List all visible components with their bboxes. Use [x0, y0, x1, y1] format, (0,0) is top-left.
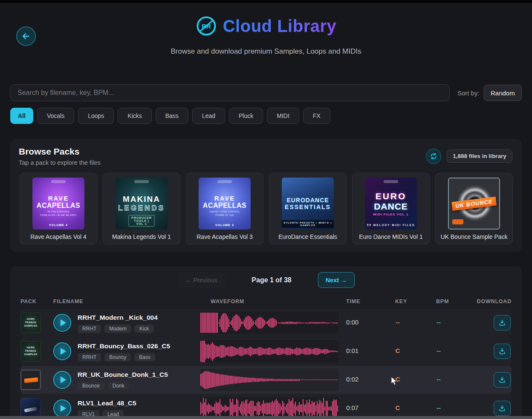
top-edge [0, 0, 532, 3]
refresh-button[interactable] [426, 149, 441, 164]
pack-name: Rave Acapellas Vol 3 [186, 233, 263, 240]
column-header-bpm: BPM [436, 298, 449, 304]
tag-chip: RLV1 [78, 410, 99, 416]
pack-cover-art: RAVE ACAPELLAS IGNITE • LOSE CONTROL POW… [199, 178, 251, 230]
play-icon [61, 376, 66, 383]
column-header-filename: FILENAME [53, 298, 83, 304]
pack-cover-art: UK BOUNCE [448, 178, 500, 230]
waveform[interactable] [200, 369, 339, 391]
play-icon [61, 405, 66, 412]
cover-text: RAVE [48, 195, 69, 202]
filter-chip-fx[interactable]: FX [303, 108, 330, 124]
table-row[interactable]: RLV1_Lead_48_C5 RLV1 Lead 0:07 C -- [20, 394, 512, 416]
cover-text: ACAPELLAS [203, 202, 246, 210]
previous-page-button[interactable]: ← Previous [177, 272, 225, 288]
pack-card-makina-legends-1[interactable]: MAKINA LEGENDS PRODUCER TOOLS | VOL 1 Ma… [103, 173, 180, 244]
cover-text: 55 MELODY MIDI FILES [365, 224, 417, 227]
pack-cover-art: EURODANCE ESSENTIALS SYLENTH PRESETS + M… [282, 178, 334, 230]
tag-chip: Modern [104, 324, 131, 333]
pack-thumbnail-label: HARD TRANCE SAMPLES [21, 318, 40, 327]
filter-chip-midi[interactable]: MIDI [267, 108, 299, 124]
search-input[interactable] [10, 84, 450, 101]
cover-text: EURODANCE [286, 197, 329, 204]
table-row[interactable]: HARD TRANCE SAMPLES RRHT_Modern _Kick_00… [20, 309, 512, 337]
pack-name: Euro Dance MIDIs Vol 1 [353, 233, 429, 240]
filter-chip-loops[interactable]: Loops [78, 108, 114, 124]
time-value: 0:01 [346, 347, 359, 354]
svg-text:RR: RR [202, 23, 211, 30]
play-button[interactable] [53, 399, 71, 416]
download-icon [498, 405, 506, 412]
tag-list: Bounce Donk [78, 382, 129, 390]
refresh-icon [430, 152, 437, 160]
download-button[interactable] [494, 401, 511, 416]
filter-chip-vocals[interactable]: Vocals [37, 108, 74, 124]
download-icon [498, 347, 506, 355]
filter-chip-pluck[interactable]: Pluck [229, 108, 263, 124]
pack-card-eurodance-essentials[interactable]: EURODANCE ESSENTIALS SYLENTH PRESETS + M… [269, 173, 347, 244]
bpm-value: -- [426, 319, 451, 326]
play-button[interactable] [53, 314, 71, 332]
tag-chip: RRHT [78, 324, 101, 333]
column-header-download: DOWNLOAD [477, 298, 512, 304]
cover-text: COME ALIVE • BLOW ME AWAY [40, 214, 77, 216]
cover-text: RAVE [214, 195, 235, 202]
play-button[interactable] [53, 342, 71, 360]
filter-chip-kicks[interactable]: Kicks [118, 108, 151, 124]
download-button[interactable] [494, 315, 511, 330]
cover-label-badge [134, 180, 149, 183]
library-file-count-badge: 1,888 files in library [447, 149, 512, 163]
table-header: PACK FILENAME WAVEFORM TIME KEY BPM DOWN… [20, 298, 512, 307]
waveform[interactable] [200, 312, 339, 334]
column-header-waveform: WAVEFORM [211, 298, 244, 304]
cover-text: LEGENDS [118, 204, 165, 212]
waveform[interactable] [200, 340, 339, 362]
cover-text: SYLENTH PRESETS + MIDI'S + SAMPLES [282, 220, 334, 228]
download-button[interactable] [494, 372, 511, 387]
tag-list: RRHT Bouncy Bass [78, 353, 155, 362]
pack-cover-art: RAVE ACAPELLAS IN THE DISTANCE COME ALIV… [32, 178, 84, 230]
cover-text: ESSENTIALS [285, 204, 331, 210]
pack-card-rave-acapellas-3[interactable]: RAVE ACAPELLAS IGNITE • LOSE CONTROL POW… [186, 173, 263, 244]
filter-chip-bass[interactable]: Bass [156, 108, 188, 124]
page-status: Page 1 of 38 [252, 276, 291, 284]
waveform[interactable] [200, 397, 339, 416]
tag-chip: Bouncy [104, 353, 131, 362]
pack-name: Makina Legends Vol 1 [103, 233, 180, 240]
cover-text: ACAPELLAS [37, 202, 80, 210]
pack-cover-art: EURO DANCE MIDI FILES VOL 1 55 MELODY MI… [365, 178, 417, 230]
pack-name: EuroDance Essentials [269, 233, 346, 240]
tag-chip: Donk [108, 382, 129, 390]
pack-card-rave-acapellas-4[interactable]: RAVE ACAPELLAS IN THE DISTANCE COME ALIV… [20, 173, 97, 244]
tag-list: RLV1 Lead [78, 410, 124, 416]
browse-packs-subtitle: Tap a pack to explore the files [19, 159, 101, 166]
pack-thumbnail: HARD TRANCE SAMPLES [20, 341, 41, 362]
key-value: C [385, 404, 411, 411]
pack-thumbnail-label: HARD TRANCE SAMPLES [21, 346, 40, 356]
play-icon [61, 348, 66, 355]
table-row[interactable]: HARD TRANCE SAMPLES RRHT_Bouncy_Bass_026… [20, 337, 512, 365]
tag-chip: Bounce [78, 382, 104, 390]
cover-text: MIDI FILES VOL 1 [373, 212, 409, 216]
filter-chip-all[interactable]: All [10, 108, 33, 124]
tag-chip: RRHT [78, 353, 101, 362]
pack-card-euro-dance-midis-1[interactable]: EURO DANCE MIDI FILES VOL 1 55 MELODY MI… [352, 173, 430, 244]
table-body: HARD TRANCE SAMPLES RRHT_Modern _Kick_00… [20, 309, 512, 416]
header: RR Cloud Library [0, 15, 532, 37]
table-row[interactable]: RR_UK_Bounce_Donk_1_C5 Bounce Donk 0:02 … [20, 366, 512, 394]
next-page-button[interactable]: Next → [318, 272, 355, 288]
filename: RLV1_Lead_48_C5 [78, 399, 136, 407]
cover-text: PRODUCER TOOLS | VOL 1 [129, 215, 155, 227]
pack-cover-art: MAKINA LEGENDS PRODUCER TOOLS | VOL 1 [116, 178, 168, 230]
filter-chip-row: All Vocals Loops Kicks Bass Lead Pluck M… [10, 108, 330, 124]
sort-button[interactable]: Random [484, 85, 522, 101]
browse-packs-title: Browse Packs [19, 146, 79, 157]
play-button[interactable] [53, 371, 71, 389]
tag-chip: Kick [135, 324, 154, 333]
cover-text: IN THE DISTANCE [48, 210, 69, 213]
filter-chip-lead[interactable]: Lead [192, 108, 225, 124]
column-header-pack: PACK [20, 298, 37, 304]
pack-card-uk-bounce[interactable]: UK BOUNCE UK Bounce Sample Pack [435, 173, 513, 244]
cover-text: VOLUME 4 [32, 224, 84, 227]
download-button[interactable] [494, 344, 511, 359]
